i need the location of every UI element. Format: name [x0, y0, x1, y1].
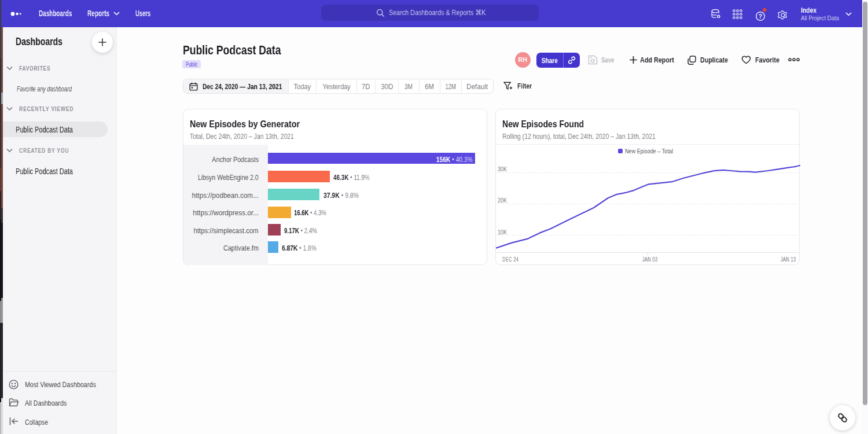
- svg-text:?: ?: [759, 13, 762, 20]
